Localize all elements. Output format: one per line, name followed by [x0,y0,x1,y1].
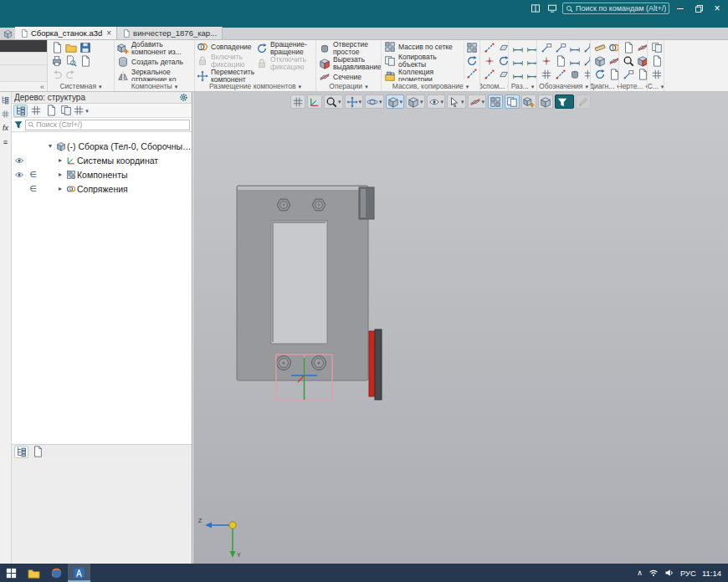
point-button[interactable] [482,54,496,68]
spec-icon-3-button[interactable] [649,68,664,81]
section-button[interactable]: Сечение [318,71,362,81]
info-button[interactable] [607,68,618,81]
clock[interactable]: 11:14 [702,569,721,578]
selection-mode-button[interactable]: ▾ [447,94,466,109]
volume-icon[interactable] [664,568,674,578]
hide-objects-button[interactable]: ▾ [427,94,446,109]
firefox-button[interactable] [45,564,68,582]
undo-button[interactable] [49,68,64,81]
view-tool-button-4[interactable] [538,94,553,109]
tree-item-csys[interactable]: ▸Системы координат [12,153,192,167]
detail-view-button[interactable] [621,54,635,68]
tab-sborka-stanok[interactable]: Сборка_станок.a3d× [15,27,117,39]
tree-view-list-button[interactable] [59,105,73,117]
visibility-cell[interactable] [12,156,27,166]
text-button[interactable] [553,54,567,68]
tree-options-button[interactable]: ▾ [74,105,88,117]
base-dim-button[interactable] [525,68,536,81]
tree-expander-icon[interactable]: ▸ [56,156,64,164]
deviation-button[interactable] [607,54,618,68]
ribbon-group-label[interactable]: Обозначения▾ [537,81,590,91]
view-tool-button-3[interactable] [521,94,536,109]
tree-view-params-button[interactable] [44,105,58,117]
ribbon-group-label[interactable]: Компоненты▾ [115,81,194,91]
ribbon-group-label[interactable]: Массив, копирование▾ [382,81,479,91]
tree-search-input[interactable] [36,120,187,129]
model-plate[interactable] [237,186,374,380]
spec-icon-2-button[interactable] [649,54,664,68]
filter-icon[interactable] [13,120,23,130]
open-button[interactable] [64,41,78,54]
network-icon[interactable] [649,568,659,578]
simple-hole-button[interactable]: Отверстие простое [318,41,379,55]
angular-dim-button[interactable] [510,54,525,68]
table-button[interactable] [582,68,590,81]
add-component-button[interactable]: Добавить компонент из... [116,41,192,55]
preview-button[interactable] [64,54,78,68]
clip-view-button[interactable]: ▾ [468,94,487,109]
save-button[interactable] [78,41,92,54]
tree-item-assembly[interactable]: ▾(-) Сборка (Тел-0, Сборочных единиц-0..… [12,139,192,153]
redo-button[interactable] [64,68,78,81]
break-view-button[interactable] [635,54,647,68]
ribbon-group-label[interactable]: Раз...▾ [509,81,536,91]
tree-item-components[interactable]: ∈▸Компоненты [12,167,192,181]
mirror-components-button[interactable]: Зеркальное отражение ко... [116,69,192,81]
language-indicator[interactable]: РУС [680,569,696,578]
chain-dim-button[interactable] [510,68,525,81]
pan-button[interactable]: ▾ [345,94,364,109]
centerline-button[interactable] [553,68,567,81]
view-tool-button-1[interactable] [488,94,503,109]
snap-grid-button[interactable] [290,94,305,109]
section-view-button[interactable] [635,41,647,54]
start-button[interactable] [0,564,23,582]
radial-dim-button[interactable] [525,41,536,54]
restore-button[interactable] [691,3,706,14]
ribbon-group-label[interactable]: Черте...▾ [619,81,647,91]
spec-icon-1-button[interactable] [649,41,664,54]
strip-tree-button[interactable] [0,94,11,106]
leader-button[interactable] [582,41,590,54]
panes-layout-icon[interactable] [529,3,542,14]
strip-menu-button[interactable]: ≡ [0,136,11,149]
tolerance-button[interactable] [567,54,582,68]
linear-dim-button[interactable] [510,41,525,54]
ribbon-group-label[interactable]: С...▾ [648,81,664,91]
print-button[interactable] [49,54,64,68]
sheet-button[interactable] [635,68,647,81]
panel-tab-tree[interactable] [14,446,28,458]
tab-vinchester[interactable]: винчестер_1876_кар... [117,27,223,39]
screen-config-icon[interactable] [546,3,559,14]
drawing-view-button[interactable] [621,41,635,54]
visibility-cell[interactable] [12,170,27,180]
tree-expander-icon[interactable]: ▸ [56,185,64,192]
curvature-button[interactable] [592,68,607,81]
display-shaded-button[interactable]: ▾ [386,94,405,109]
command-search-input[interactable] [576,4,666,13]
new-doc-button[interactable] [49,41,64,54]
app-menu-icon[interactable] [0,28,15,39]
copy-objects-button[interactable]: Копировать объекты [383,54,464,68]
strip-variables-button[interactable]: fx [0,122,11,135]
mode-upravlenie[interactable] [0,53,47,65]
tree-view-structure-button[interactable] [13,105,28,117]
view-tool-button-2[interactable] [505,94,520,109]
collapse-ribbon-icon[interactable]: « [40,83,44,91]
hatch-button[interactable] [539,68,553,81]
ribbon-group-label[interactable]: Диагн...▾ [591,81,618,91]
display-mode-button[interactable]: ▾ [406,94,425,109]
arrow-view-button[interactable] [621,68,635,81]
mode-solid-modeling[interactable] [0,65,47,82]
measure-button[interactable] [592,41,607,54]
model-red-component[interactable] [369,329,382,400]
polyline-button[interactable] [482,68,496,81]
array-side-icon-1-button[interactable] [465,41,479,54]
close-tab-icon[interactable]: × [106,28,111,38]
enable-fixation-button[interactable]: Включить фиксацию [196,54,254,68]
check-collision-button[interactable] [607,41,618,54]
command-search[interactable] [562,3,669,14]
tree-expander-icon[interactable]: ▾ [46,142,54,150]
close-button[interactable]: × [710,3,725,14]
filter-objects-button[interactable]: ▾ [555,94,574,109]
explorer-button[interactable] [23,564,45,582]
